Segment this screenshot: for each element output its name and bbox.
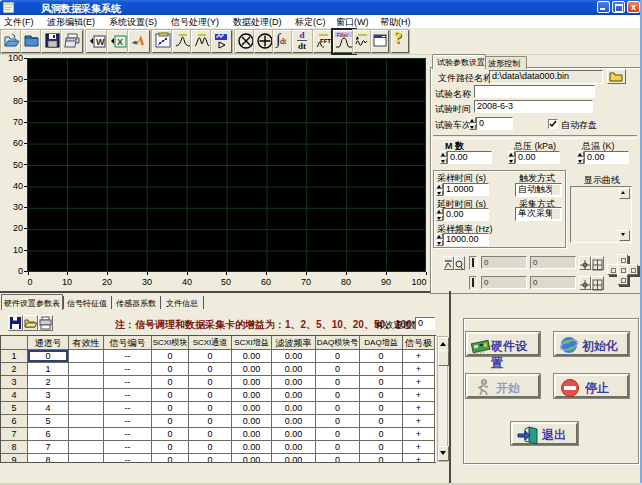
svg-text:Filter: Filter: [337, 32, 348, 38]
svg-text:FFT: FFT: [320, 38, 331, 44]
svg-text:W: W: [96, 37, 105, 47]
svg-text:X: X: [117, 37, 123, 47]
